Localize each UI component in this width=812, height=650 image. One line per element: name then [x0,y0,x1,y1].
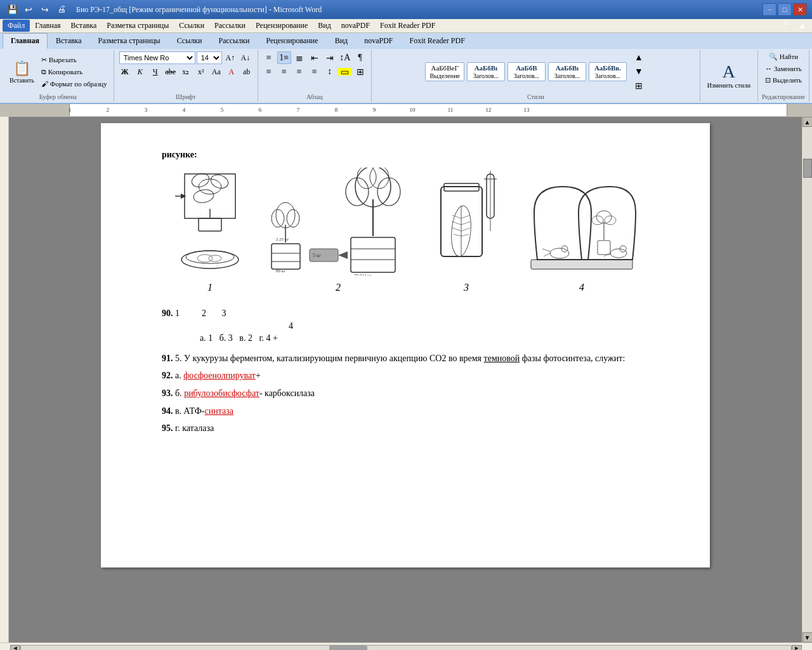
style-h3[interactable]: АаБбВıЗаголов... [548,62,586,81]
select-button[interactable]: ⊡ Выделить [763,75,804,86]
horizontal-scrollbar[interactable]: ◄ ► [0,642,812,650]
change-styles-button[interactable]: A Изменить стили [704,60,754,91]
text-highlight-button[interactable]: ab [240,65,254,78]
tab-novapdf[interactable]: novaPDF [356,33,401,49]
menu-view[interactable]: Вид [313,20,336,32]
questions-section: 90. 1 2 3 4 а. 1 б. 3 в. 2 г. 4 + 91. 5.… [162,307,649,435]
svg-point-20 [287,209,299,227]
style-h2[interactable]: АаБбВЗаголов... [508,62,546,81]
subscript-button[interactable]: x₂ [179,65,193,78]
help-icon[interactable]: ? [779,19,793,33]
svg-line-52 [544,253,550,256]
increase-font-button[interactable]: A↑ [223,51,237,64]
bullets-button[interactable]: ≡ [262,51,276,64]
styles-scroll-up[interactable]: ▲ [632,51,646,64]
paste-button[interactable]: 📋 Вставить [6,58,37,86]
tab-references[interactable]: Ссылки [169,33,211,49]
align-center-button[interactable]: ≡ [277,65,291,78]
styles-scroll-down[interactable]: ▼ [632,65,646,78]
scroll-track[interactable] [803,127,812,632]
q91-text: 91. 5. У кукурузы ферментом, катализирую… [162,352,649,365]
style-h4[interactable]: АаБбВв.Заголов... [589,62,627,81]
menu-layout[interactable]: Разметка страницы [102,20,174,32]
strikethrough-button[interactable]: abe [164,65,178,78]
sort-button[interactable]: ↕A [338,51,352,64]
ribbon-toggle-icon[interactable]: ▲ [796,19,809,33]
replace-button[interactable]: ↔ Заменить [763,63,804,74]
scroll-area[interactable]: рисунке: [9,117,802,642]
ruler-tick-3: 3 [145,107,148,113]
find-icon: 🔍 [769,53,778,60]
cut-button[interactable]: ✂ Вырезать [39,55,110,65]
increase-indent-button[interactable]: ⇥ [323,51,337,64]
bold-button[interactable]: Ж [118,65,132,78]
border-button[interactable]: ⊞ [353,65,367,78]
decrease-indent-button[interactable]: ⇤ [308,51,322,64]
scroll-up-button[interactable]: ▲ [802,117,813,127]
underline-button[interactable]: Ч [148,65,162,78]
scroll-left-button[interactable]: ◄ [10,645,20,651]
image-4 [525,168,639,275]
numbering-button[interactable]: 1≡ [277,51,291,64]
menu-insert[interactable]: Вставка [66,20,102,32]
menu-foxit[interactable]: Foxit Reader PDF [375,20,440,32]
vertical-scrollbar[interactable]: ▲ ▼ [802,117,812,642]
tab-home[interactable]: Главная [3,33,48,49]
maximize-button[interactable]: □ [778,3,792,16]
save-icon[interactable]: 💾 [5,3,19,17]
close-button[interactable]: ✕ [793,3,807,16]
copy-button[interactable]: ⧉ Копировать [39,67,110,77]
style-h1[interactable]: АаБбВıЗаголов... [467,62,505,81]
superscript-button[interactable]: x² [194,65,208,78]
h-scroll-thumb[interactable] [329,646,367,651]
justify-button[interactable]: ≡ [308,65,322,78]
editing-group-content: 🔍 Найти ↔ Заменить ⊡ Выделить [763,51,804,92]
question-90: 90. 1 2 3 4 а. 1 б. 3 в. 2 г. 4 + [162,307,649,345]
find-button[interactable]: 🔍 Найти [766,51,801,62]
menu-references[interactable]: Ссылки [174,20,209,32]
align-left-button[interactable]: ≡ [262,65,276,78]
menu-home[interactable]: Главная [30,20,65,32]
menu-novapdf[interactable]: novaPDF [336,20,375,32]
editing-label: Редактирование [762,93,805,100]
font-color-button[interactable]: A [225,65,239,78]
tab-insert[interactable]: Вставка [48,33,90,49]
align-right-button[interactable]: ≡ [292,65,306,78]
decrease-font-button[interactable]: A↓ [239,51,252,64]
tab-mailings[interactable]: Рассылки [210,33,258,49]
style-normal[interactable]: АаБбВеГВыделение [425,62,464,81]
scroll-right-button[interactable]: ► [792,645,802,651]
menu-review[interactable]: Рецензирование [251,20,313,32]
undo-icon[interactable]: ↩ [22,3,36,17]
ruler-tick-2: 2 [107,107,110,113]
menu-file[interactable]: Файл [3,20,30,32]
styles-more[interactable]: ⊞ [632,79,646,92]
svg-rect-24 [351,237,395,272]
tab-layout[interactable]: Разметка страницы [90,33,169,49]
menu-mailings[interactable]: Рассылки [209,20,251,32]
tab-foxit[interactable]: Foxit Reader PDF [402,33,473,49]
font-size-select[interactable]: 14 [197,51,222,64]
multilevel-button[interactable]: ≣ [292,51,306,64]
font-name-select[interactable]: Times New Ro [119,51,195,64]
line-spacing-button[interactable]: ↕ [323,65,337,78]
svg-text:2.25 кг: 2.25 кг [276,237,289,242]
tab-view[interactable]: Вид [327,33,357,49]
print-icon[interactable]: 🖨 [55,3,69,17]
show-marks-button[interactable]: ¶ [353,51,367,64]
italic-button[interactable]: К [133,65,147,78]
scroll-down-button[interactable]: ▼ [802,632,813,642]
minimize-button[interactable]: − [763,3,776,16]
clear-format-button[interactable]: Aa [209,65,223,78]
shading-button[interactable]: ▭ [338,68,352,76]
menu-bar: Файл Главная Вставка Разметка страницы С… [0,19,812,33]
paste-icon: 📋 [13,60,30,77]
q94-text: 94. в. АТФ-синтаза [162,405,649,418]
scroll-thumb[interactable] [803,159,812,178]
tab-review[interactable]: Рецензирование [258,33,326,49]
redo-icon[interactable]: ↪ [38,3,52,17]
format-painter-button[interactable]: 🖌 Формат по образцу [39,79,110,89]
styles-label: Стили [527,93,544,100]
ruler-left-margin [9,104,70,116]
h-scroll-track[interactable] [20,645,792,651]
